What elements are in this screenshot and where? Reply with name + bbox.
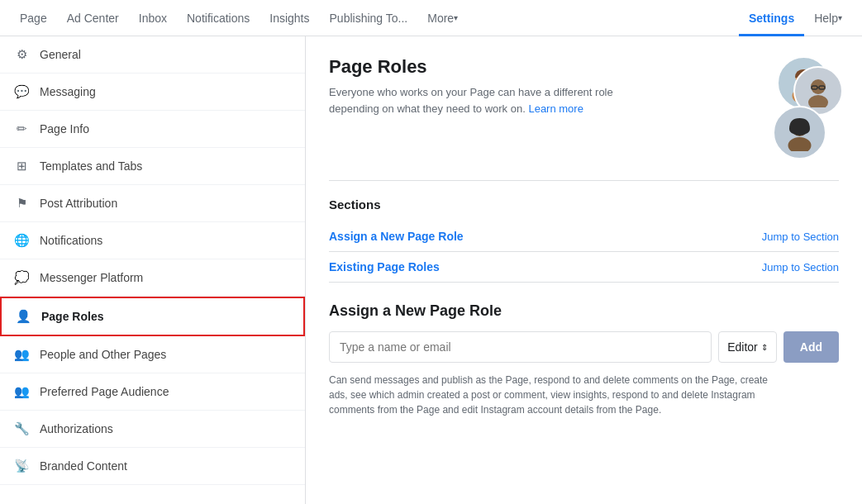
assign-row: Editor ⇕ Add [329,331,839,363]
nav-help[interactable]: Help [804,0,852,36]
assign-description: Can send messages and publish as the Pag… [329,373,775,417]
sidebar-label-authorizations: Authorizations [40,422,113,435]
sidebar-label-preferred-audience: Preferred Page Audience [40,385,169,398]
sidebar-item-notifications[interactable]: 🌐 Notifications [0,222,305,259]
avatar-group [731,56,839,164]
messaging-icon: 💬 [13,83,30,100]
page-roles-title: Page Roles [329,56,643,78]
sidebar-item-authorizations[interactable]: 🔧 Authorizations [0,411,305,448]
sidebar-item-preferred-audience[interactable]: 👥 Preferred Page Audience [0,373,305,411]
sidebar-label-general: General [40,48,81,61]
people-icon: 👥 [13,346,30,363]
nav-settings[interactable]: Settings [739,0,804,36]
learn-more-link[interactable]: Learn more [528,102,583,115]
assign-section-title: Assign a New Page Role [329,302,839,320]
sidebar-label-notifications: Notifications [40,234,102,247]
role-dropdown-icon: ⇕ [761,343,768,352]
sidebar-item-messenger-platform[interactable]: 💭 Messenger Platform [0,259,305,297]
svg-point-8 [788,137,812,151]
sidebar-label-templates-tabs: Templates and Tabs [40,159,142,173]
gear-icon: ⚙ [13,46,30,63]
assign-jump-link[interactable]: Jump to Section [762,231,839,243]
sidebar-label-people-other-pages: People and Other Pages [40,348,166,361]
nav-more[interactable]: More [417,0,468,36]
nav-publishing[interactable]: Publishing To... [320,0,418,36]
sidebar-item-page-roles[interactable]: 👤 Page Roles [0,297,305,336]
sidebar-item-messaging[interactable]: 💬 Messaging [0,74,305,111]
wrench-icon: 🔧 [13,421,30,437]
page-roles-description: Everyone who works on your Page can have… [329,84,643,116]
edit-icon: ✏ [13,121,30,137]
existing-jump-link[interactable]: Jump to Section [762,261,839,273]
messenger-icon: 💭 [13,269,30,286]
globe-icon: 🌐 [13,232,30,249]
sidebar-item-people-other-pages[interactable]: 👥 People and Other Pages [0,336,305,373]
page-roles-header: Page Roles Everyone who works on your Pa… [329,56,839,164]
nav-insights[interactable]: Insights [260,0,319,36]
nav-inbox[interactable]: Inbox [129,0,177,36]
sidebar-label-post-attribution: Post Attribution [40,197,117,210]
sidebar-label-branded-content: Branded Content [40,459,127,473]
sidebar-label-page-info: Page Info [40,122,89,136]
sidebar-item-templates-tabs[interactable]: ⊞ Templates and Tabs [0,148,305,185]
sidebar-item-page-info[interactable]: ✏ Page Info [0,111,305,148]
person-icon: 👤 [15,308,31,325]
add-role-button[interactable]: Add [783,331,839,363]
assign-name-input[interactable] [329,331,712,363]
sections-heading: Sections [329,194,839,212]
header-divider [329,180,839,181]
page-layout: ⚙ General 💬 Messaging ✏ Page Info ⊞ Temp… [0,36,862,504]
flag-icon: ⚑ [13,195,30,212]
sidebar-item-general[interactable]: ⚙ General [0,36,305,74]
top-navigation: Page Ad Center Inbox Notifications Insig… [0,0,862,36]
role-select-label: Editor [727,340,758,354]
sidebar: ⚙ General 💬 Messaging ✏ Page Info ⊞ Temp… [0,36,306,504]
existing-roles-link[interactable]: Existing Page Roles [329,260,440,273]
avatar-3 [773,106,826,159]
sidebar-label-messenger-platform: Messenger Platform [40,271,143,284]
section-row-existing: Existing Page Roles Jump to Section [329,252,839,283]
section-row-assign: Assign a New Page Role Jump to Section [329,221,839,252]
sidebar-item-branded-content[interactable]: 📡 Branded Content [0,448,305,485]
assign-new-role-link[interactable]: Assign a New Page Role [329,230,464,243]
sidebar-item-post-attribution[interactable]: ⚑ Post Attribution [0,185,305,222]
nav-ad-center[interactable]: Ad Center [57,0,129,36]
svg-point-3 [808,95,828,107]
broadcast-icon: 📡 [13,458,30,474]
sidebar-label-messaging: Messaging [40,85,96,98]
templates-icon: ⊞ [13,158,30,174]
role-select-dropdown[interactable]: Editor ⇕ [718,331,777,363]
sidebar-label-page-roles: Page Roles [41,310,103,323]
svg-point-2 [811,79,826,94]
page-roles-info: Page Roles Everyone who works on your Pa… [329,56,643,116]
nav-page[interactable]: Page [10,0,57,36]
nav-notifications[interactable]: Notifications [177,0,260,36]
main-content: Page Roles Everyone who works on your Pa… [306,36,862,504]
audience-icon: 👥 [13,383,30,400]
